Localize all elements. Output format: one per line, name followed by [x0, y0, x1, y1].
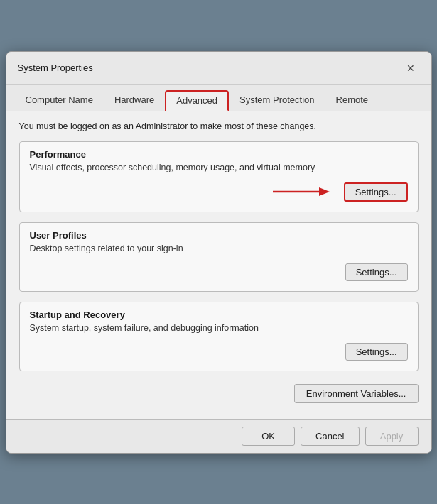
ok-button[interactable]: OK: [242, 427, 295, 446]
environment-variables-area: Environment Variables...: [19, 381, 419, 409]
performance-settings-button[interactable]: Settings...: [344, 182, 408, 202]
startup-recovery-title: Startup and Recovery: [30, 309, 408, 320]
startup-recovery-desc: System startup, system failure, and debu…: [30, 323, 408, 333]
close-button[interactable]: ✕: [401, 59, 420, 77]
user-profiles-settings-button[interactable]: Settings...: [345, 263, 408, 281]
cancel-button[interactable]: Cancel: [301, 427, 359, 446]
tab-computer-name[interactable]: Computer Name: [15, 90, 104, 111]
tab-advanced[interactable]: Advanced: [165, 90, 229, 111]
dialog-footer: OK Cancel Apply: [6, 419, 431, 453]
user-profiles-section: User Profiles Desktop settings related t…: [19, 222, 419, 292]
tab-bar: Computer Name Hardware Advanced System P…: [6, 85, 431, 111]
arrow-area: [30, 183, 337, 200]
performance-title: Performance: [30, 149, 408, 160]
info-text: You must be logged on as an Administrato…: [19, 121, 419, 131]
user-profiles-title: User Profiles: [30, 230, 408, 241]
tab-hardware[interactable]: Hardware: [104, 90, 165, 111]
environment-variables-button[interactable]: Environment Variables...: [294, 384, 419, 403]
startup-recovery-actions: Settings...: [30, 343, 408, 361]
dialog-title: System Properties: [18, 62, 93, 73]
tab-remote[interactable]: Remote: [325, 90, 379, 111]
performance-desc: Visual effects, processor scheduling, me…: [30, 163, 408, 172]
user-profiles-desc: Desktop settings related to your sign-in: [30, 243, 408, 253]
startup-recovery-section: Startup and Recovery System startup, sys…: [19, 302, 419, 371]
performance-section: Performance Visual effects, processor sc…: [19, 141, 419, 212]
tab-content: You must be logged on as an Administrato…: [6, 111, 431, 419]
user-profiles-actions: Settings...: [30, 263, 408, 281]
title-bar: System Properties ✕: [6, 52, 431, 85]
arrow-icon: [273, 183, 330, 200]
startup-recovery-settings-button[interactable]: Settings...: [345, 343, 408, 361]
performance-actions: Settings...: [30, 182, 408, 202]
system-properties-dialog: System Properties ✕ Computer Name Hardwa…: [6, 51, 432, 454]
apply-button[interactable]: Apply: [365, 427, 419, 446]
svg-marker-1: [319, 187, 330, 196]
tab-system-protection[interactable]: System Protection: [229, 90, 325, 111]
